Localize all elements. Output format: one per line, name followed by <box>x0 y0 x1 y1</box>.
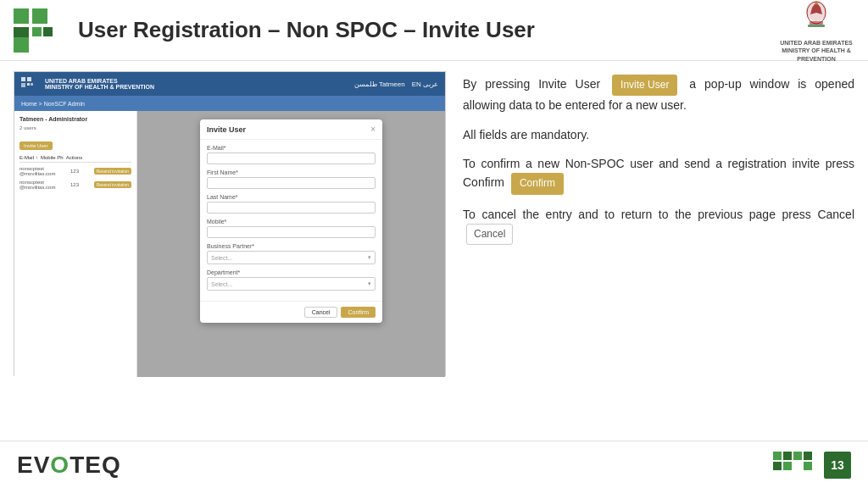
page-title: User Registration – Non SPOC – Invite Us… <box>78 17 778 43</box>
mockup-nav-lang: EN عربى <box>412 80 438 88</box>
svg-rect-1 <box>32 8 47 24</box>
logo-block <box>14 8 64 53</box>
modal-header: Invite User × <box>200 119 382 140</box>
svg-rect-5 <box>14 37 29 53</box>
svg-rect-19 <box>793 452 802 460</box>
mobile-field-group: Mobile* <box>207 219 376 238</box>
svg-rect-16 <box>31 83 33 86</box>
business-partner-placeholder: Select... <box>211 255 232 261</box>
uae-ministry-text: UNITED ARAB EMIRATES MINISTRY OF HEALTH … <box>778 39 854 62</box>
footer: EVOTEQ 13 <box>0 441 868 488</box>
description-para-4: To cancel the entry and to return to the… <box>463 205 854 246</box>
svg-rect-17 <box>773 452 782 460</box>
uae-logo: UNITED ARAB EMIRATES MINISTRY OF HEALTH … <box>778 0 854 63</box>
department-select[interactable]: Select... ▾ <box>207 277 376 291</box>
resend-invitation-button-2[interactable]: Resend invitation <box>94 181 131 188</box>
department-field-group: Department* Select... ▾ <box>207 269 376 291</box>
mockup-sidebar: Tatmeen - Administrator 2 users Invite U… <box>14 111 137 377</box>
mockup-invite-user-button[interactable]: Invite User <box>19 141 53 150</box>
email-input[interactable] <box>207 152 376 164</box>
svg-rect-11 <box>808 25 825 27</box>
description-area: By pressing Invite User Invite User a po… <box>463 71 854 430</box>
modal-body: E-Mail* First Name* Last Name* <box>200 140 382 301</box>
department-placeholder: Select... <box>211 281 232 287</box>
evoteq-logo-accent: O <box>50 452 70 478</box>
modal-footer: Cancel Confirm <box>200 301 382 323</box>
screenshot-mockup: UNITED ARAB EMIRATESMINISTRY OF HEALTH &… <box>14 71 446 376</box>
mockup-sidebar-title: Tatmeen - Administrator <box>19 116 131 122</box>
modal-overlay: Invite User × E-Mail* First Name* <box>137 111 445 377</box>
svg-rect-22 <box>783 462 792 470</box>
mockup-main-area: Invite User × E-Mail* First Name* <box>137 111 445 377</box>
svg-rect-21 <box>773 462 782 470</box>
svg-rect-10 <box>810 21 823 25</box>
last-name-input[interactable] <box>207 202 376 214</box>
mockup-sidebar-sub: 2 users <box>19 125 131 130</box>
uae-emblem-icon <box>795 0 837 36</box>
email-field-group: E-Mail* <box>207 145 376 164</box>
description-para-3: To confirm a new Non-SPOC user and send … <box>463 154 854 195</box>
svg-rect-3 <box>32 27 42 36</box>
chevron-down-icon: ▾ <box>368 254 371 261</box>
invite-user-modal: Invite User × E-Mail* First Name* <box>200 119 382 323</box>
table-row: nonscptest@movilitas.com 123 Resend invi… <box>19 178 131 191</box>
footer-squares-icon <box>773 452 815 479</box>
para1-before-text: By pressing Invite User <box>463 77 600 91</box>
business-partner-label: Business Partner* <box>207 243 376 249</box>
table-row: nonscptest@movilitas.com 123 Resend invi… <box>19 164 131 178</box>
mockup-body: Tatmeen - Administrator 2 users Invite U… <box>14 111 445 377</box>
modal-title: Invite User <box>207 125 246 134</box>
page-number: 13 <box>824 452 851 479</box>
mobile-label: Mobile* <box>207 219 376 225</box>
description-para-2: All fields are mandatory. <box>463 125 854 144</box>
last-name-field-group: Last Name* <box>207 194 376 214</box>
svg-rect-4 <box>43 27 53 36</box>
svg-rect-14 <box>21 83 25 87</box>
business-partner-select[interactable]: Select... ▾ <box>207 251 376 264</box>
first-name-field-group: First Name* <box>207 169 376 189</box>
cancel-inline-button: Cancel <box>466 224 513 245</box>
mobile-input[interactable] <box>207 226 376 238</box>
svg-rect-15 <box>27 83 30 86</box>
chevron-down-icon-2: ▾ <box>368 280 371 287</box>
modal-cancel-button[interactable]: Cancel <box>304 307 338 318</box>
svg-rect-20 <box>804 452 812 460</box>
svg-rect-0 <box>14 8 29 24</box>
footer-right: 13 <box>773 452 851 479</box>
modal-confirm-button[interactable]: Confirm <box>341 307 376 318</box>
mockup-breadcrumb-text: Home > NonSCF Admin <box>21 101 85 107</box>
last-name-label: Last Name* <box>207 194 376 200</box>
mockup-navbar: UNITED ARAB EMIRATESMINISTRY OF HEALTH &… <box>14 72 445 96</box>
email-label: E-Mail* <box>207 145 376 151</box>
business-partner-field-group: Business Partner* Select... ▾ <box>207 243 376 264</box>
close-icon[interactable]: × <box>370 125 376 134</box>
svg-rect-23 <box>804 462 812 470</box>
mockup-breadcrumb: Home > NonSCF Admin <box>14 96 445 111</box>
first-name-label: First Name* <box>207 169 376 175</box>
confirm-inline-button: Confirm <box>511 173 564 194</box>
mockup-org-name: UNITED ARAB EMIRATESMINISTRY OF HEALTH &… <box>45 78 154 90</box>
svg-rect-13 <box>27 77 31 81</box>
header: User Registration – Non SPOC – Invite Us… <box>0 0 868 61</box>
resend-invitation-button[interactable]: Resend invitation <box>94 168 131 175</box>
para4-before-text: To cancel the entry and to return to the… <box>463 208 854 221</box>
mockup-table-header: E-Mail ↑ Mobile Ph Actions <box>19 155 131 163</box>
svg-rect-18 <box>783 452 792 460</box>
description-para-1: By pressing Invite User Invite User a po… <box>463 75 854 115</box>
first-name-input[interactable] <box>207 177 376 189</box>
evoteq-footer-logo: EVOTEQ <box>17 452 121 479</box>
department-label: Department* <box>207 269 376 275</box>
invite-user-inline-button: Invite User <box>612 75 677 96</box>
evoteq-header-logo <box>14 8 64 53</box>
main-content: UNITED ARAB EMIRATESMINISTRY OF HEALTH &… <box>0 61 868 441</box>
svg-rect-12 <box>21 77 25 81</box>
mockup-nav-tatmeen: طلمسن Tatmeen <box>354 80 405 88</box>
mockup-logo-icon <box>21 77 38 91</box>
